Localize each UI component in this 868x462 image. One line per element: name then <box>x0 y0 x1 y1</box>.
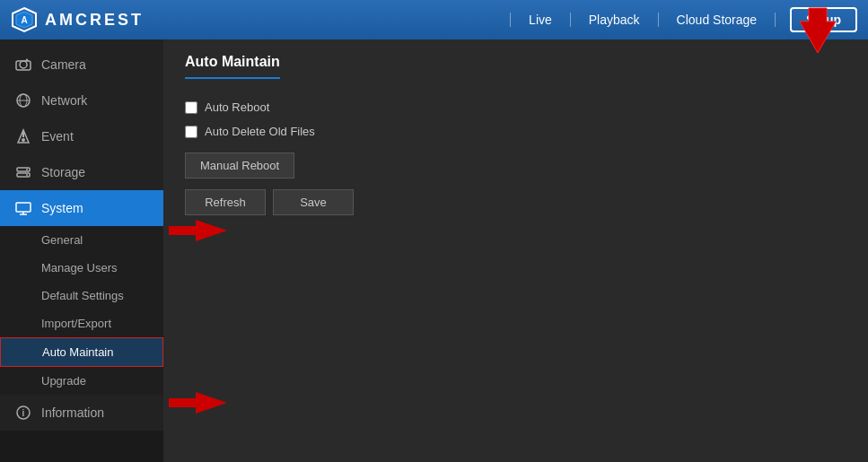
submenu-import-export[interactable]: Import/Export <box>0 309 163 337</box>
page-title: Auto Maintain <box>185 54 280 79</box>
auto-reboot-checkbox[interactable] <box>185 101 197 114</box>
camera-icon <box>14 56 32 74</box>
svg-point-10 <box>22 138 25 142</box>
action-buttons-row: Refresh Save <box>185 189 846 215</box>
storage-icon <box>14 163 32 181</box>
sidebar-item-network[interactable]: Network <box>0 83 163 118</box>
sidebar-item-event[interactable]: Event <box>0 118 163 154</box>
sidebar-label-event: Event <box>41 129 74 144</box>
sidebar: Camera Network Event St <box>0 39 163 431</box>
manual-reboot-button[interactable]: Manual Reboot <box>185 153 294 179</box>
submenu-general[interactable]: General <box>0 226 163 254</box>
sidebar-item-information[interactable]: i Information <box>0 395 163 431</box>
nav-links: Live Playback Cloud Storage <box>510 13 776 27</box>
auto-reboot-row: Auto Reboot <box>185 100 846 114</box>
sidebar-label-system: System <box>41 201 83 215</box>
sidebar-label-storage: Storage <box>41 165 85 179</box>
button-section: Manual Reboot Refresh Save <box>185 153 846 215</box>
setup-arrow-indicator <box>791 4 845 61</box>
sidebar-label-network: Network <box>41 93 87 108</box>
sidebar-item-camera[interactable]: Camera <box>0 47 163 83</box>
system-arrow-indicator <box>169 217 232 248</box>
svg-text:A: A <box>21 15 27 25</box>
svg-point-13 <box>26 169 28 170</box>
nav-live[interactable]: Live <box>510 13 571 27</box>
sidebar-item-system[interactable]: System <box>0 190 163 226</box>
sidebar-item-storage[interactable]: Storage <box>0 154 163 190</box>
network-icon <box>14 92 32 109</box>
main-layout: Camera Network Event St <box>0 39 868 462</box>
submenu-default-settings[interactable]: Default Settings <box>0 282 163 309</box>
auto-reboot-label: Auto Reboot <box>205 100 269 114</box>
svg-marker-20 <box>169 220 227 241</box>
svg-rect-15 <box>16 203 31 212</box>
sidebar-label-camera: Camera <box>41 57 86 72</box>
system-icon <box>14 199 32 217</box>
submenu-manage-users[interactable]: Manage Users <box>0 254 163 282</box>
sidebar-label-info: Information <box>41 405 104 420</box>
svg-point-14 <box>26 174 28 176</box>
form-section: Auto Reboot Auto Delete Old Files Manual… <box>185 100 846 215</box>
auto-delete-row: Auto Delete Old Files <box>185 125 846 138</box>
save-button[interactable]: Save <box>273 189 354 215</box>
event-icon <box>14 127 32 145</box>
sidebar-wrapper: Camera Network Event St <box>0 39 163 462</box>
submenu-auto-maintain[interactable]: Auto Maintain <box>0 337 163 367</box>
svg-point-4 <box>20 61 27 68</box>
info-icon: i <box>14 404 32 422</box>
auto-maintain-arrow-indicator <box>169 389 232 420</box>
auto-delete-label: Auto Delete Old Files <box>205 125 315 138</box>
red-arrow-top <box>791 4 845 57</box>
auto-delete-checkbox[interactable] <box>185 126 197 138</box>
content-area: Auto Maintain Auto Reboot Auto Delete Ol… <box>163 39 868 462</box>
svg-text:i: i <box>22 408 25 418</box>
svg-marker-6 <box>25 58 29 61</box>
logo-area: A AMCREST <box>11 6 510 33</box>
svg-marker-3 <box>800 8 836 53</box>
submenu-upgrade[interactable]: Upgrade <box>0 367 163 395</box>
red-arrow-auto-maintain <box>169 389 232 416</box>
nav-cloud-storage[interactable]: Cloud Storage <box>659 13 776 27</box>
svg-marker-21 <box>169 392 227 414</box>
amcrest-logo-icon: A <box>11 6 38 33</box>
refresh-button[interactable]: Refresh <box>185 189 266 215</box>
submenu-system: General Manage Users Default Settings Im… <box>0 226 163 395</box>
nav-playback[interactable]: Playback <box>571 13 659 27</box>
logo-text: AMCREST <box>45 11 144 30</box>
top-nav: A AMCREST Live Playback Cloud Storage Se… <box>0 0 868 39</box>
red-arrow-system <box>169 217 232 244</box>
